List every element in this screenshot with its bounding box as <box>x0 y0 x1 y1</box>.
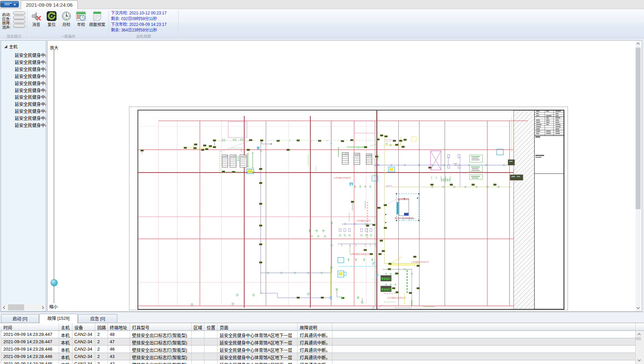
svg-text:火灾时强制点亮安全出口灯: 火灾时强制点亮安全出口灯 <box>411 261 429 263</box>
svg-text:火灾时强制点亮安全出口灯: 火灾时强制点亮安全出口灯 <box>387 297 406 299</box>
svg-text:安全出口: 安全出口 <box>381 277 391 280</box>
svg-text:消防电梯配电间: 消防电梯配电间 <box>397 198 409 200</box>
svg-text:火灾时强制点亮本层灯具: 火灾时强制点亮本层灯具 <box>334 177 351 179</box>
svg-text:火灾时强制点亮灯具: 火灾时强制点亮灯具 <box>356 220 370 222</box>
svg-text:火灾时强制点亮本层灯具: 火灾时强制点亮本层灯具 <box>350 253 369 255</box>
svg-text:标志0.4: 标志0.4 <box>386 185 392 187</box>
svg-text:安全出口: 安全出口 <box>381 288 391 291</box>
svg-text:消防电梯机房照明配电箱: 消防电梯机房照明配电箱 <box>394 217 413 220</box>
